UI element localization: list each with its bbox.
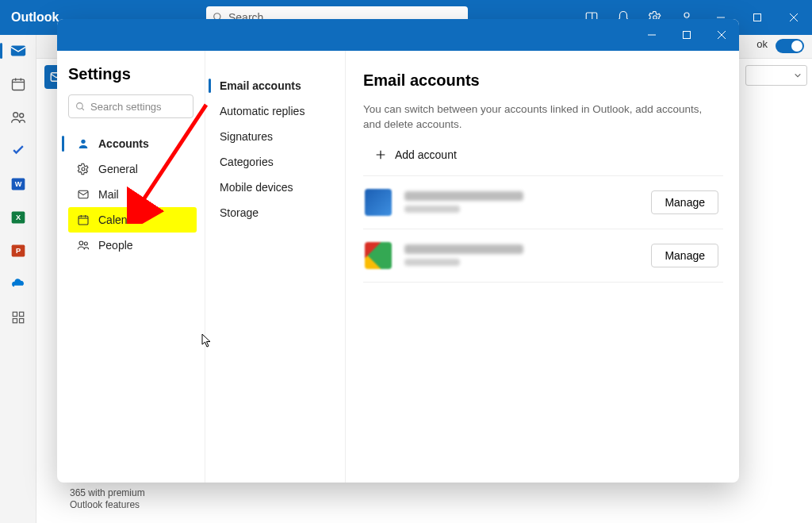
- nav-accounts-label: Accounts: [98, 137, 149, 150]
- svg-point-41: [79, 241, 83, 245]
- sub-email-accounts[interactable]: Email accounts: [209, 73, 340, 98]
- nav-calendar[interactable]: Calendar: [68, 207, 197, 233]
- rail-more-apps-icon[interactable]: [9, 308, 28, 327]
- manage-button[interactable]: Manage: [651, 244, 718, 267]
- footer-line2: Outlook features: [70, 499, 145, 511]
- sub-signatures[interactable]: Signatures: [209, 124, 340, 149]
- calendar-icon: [76, 213, 90, 226]
- dialog-titlebar: [57, 19, 739, 51]
- svg-rect-10: [10, 46, 25, 56]
- sub-mobile-devices[interactable]: Mobile devices: [209, 175, 340, 200]
- account-email-redacted: [404, 191, 523, 213]
- svg-point-42: [84, 242, 87, 245]
- account-row-gmail: Manage: [363, 229, 723, 283]
- nav-people[interactable]: People: [68, 233, 197, 258]
- svg-rect-36: [79, 190, 88, 198]
- nav-general[interactable]: General: [68, 156, 197, 182]
- sub-automatic-replies[interactable]: Automatic replies: [209, 98, 340, 124]
- svg-rect-11: [12, 79, 24, 90]
- rail-todo-icon[interactable]: [9, 141, 28, 160]
- ribbon-label: ok: [756, 38, 768, 50]
- window-close-icon[interactable]: [776, 0, 812, 35]
- svg-rect-37: [79, 216, 88, 225]
- filter-dropdown[interactable]: [745, 65, 807, 86]
- sub-storage-label: Storage: [220, 206, 259, 219]
- panel-description: You can switch between your accounts lin…: [363, 102, 704, 133]
- svg-rect-25: [13, 319, 17, 323]
- svg-point-35: [82, 167, 85, 171]
- sub-categories-label: Categories: [220, 156, 274, 168]
- sub-email-accounts-label: Email accounts: [220, 79, 301, 92]
- dialog-maximize-icon[interactable]: [669, 19, 704, 51]
- settings-content: Email accounts You can switch between yo…: [346, 51, 739, 483]
- gmail-account-icon: [365, 242, 392, 269]
- svg-point-34: [81, 140, 85, 144]
- app-rail: W X P: [0, 35, 36, 523]
- rail-powerpoint-icon[interactable]: P: [9, 241, 28, 260]
- svg-text:P: P: [15, 247, 20, 255]
- premium-footer: 365 with premium Outlook features: [70, 487, 145, 511]
- sub-signatures-label: Signatures: [220, 130, 273, 143]
- svg-point-5: [684, 13, 689, 17]
- cursor-icon: [201, 333, 213, 348]
- focused-toggle[interactable]: [776, 39, 804, 53]
- nav-mail-label: Mail: [98, 188, 119, 201]
- window-maximize-icon[interactable]: [739, 0, 776, 35]
- svg-line-33: [82, 108, 84, 110]
- add-account-button[interactable]: Add account: [363, 144, 723, 175]
- gear-icon: [76, 163, 90, 175]
- nav-mail[interactable]: Mail: [68, 182, 197, 207]
- rail-calendar-icon[interactable]: [9, 75, 28, 94]
- settings-search-input[interactable]: Search settings: [68, 94, 193, 118]
- svg-rect-24: [19, 312, 23, 316]
- person-icon: [76, 137, 90, 150]
- rail-people-icon[interactable]: [9, 108, 28, 127]
- dialog-close-icon[interactable]: [704, 19, 739, 51]
- svg-point-16: [19, 113, 23, 117]
- app-title: Outlook: [11, 10, 59, 25]
- settings-search-placeholder: Search settings: [90, 101, 162, 113]
- panel-heading: Email accounts: [363, 71, 723, 90]
- dialog-minimize-icon[interactable]: [634, 19, 669, 51]
- nav-people-label: People: [98, 239, 133, 252]
- manage-button[interactable]: Manage: [651, 190, 718, 214]
- nav-accounts[interactable]: Accounts: [68, 131, 197, 156]
- nav-calendar-label: Calendar: [98, 213, 144, 226]
- sub-categories[interactable]: Categories: [209, 149, 340, 175]
- svg-rect-26: [19, 319, 23, 323]
- footer-line1: 365 with premium: [70, 487, 145, 499]
- rail-onedrive-icon[interactable]: [9, 275, 28, 294]
- people-icon: [76, 239, 90, 252]
- sub-automatic-replies-label: Automatic replies: [220, 105, 304, 117]
- settings-subnav: Email accounts Automatic replies Signatu…: [205, 51, 346, 483]
- settings-title: Settings: [68, 65, 197, 83]
- chevron-down-icon: [794, 71, 802, 79]
- svg-point-32: [77, 102, 83, 109]
- rail-excel-icon[interactable]: X: [9, 208, 28, 227]
- add-account-label: Add account: [395, 148, 457, 161]
- settings-nav-panel: Settings Search settings Accounts Genera…: [57, 51, 205, 483]
- svg-rect-7: [754, 14, 761, 21]
- plus-icon: [374, 148, 387, 161]
- sub-storage[interactable]: Storage: [209, 200, 340, 225]
- mail-icon: [76, 188, 90, 201]
- svg-rect-23: [13, 312, 17, 316]
- svg-point-15: [13, 113, 17, 117]
- svg-text:X: X: [15, 213, 21, 221]
- account-email-redacted: [404, 244, 523, 266]
- rail-mail-icon[interactable]: [9, 41, 28, 60]
- outlook-account-icon: [365, 189, 392, 216]
- rail-word-icon[interactable]: W: [9, 175, 28, 194]
- sub-mobile-devices-label: Mobile devices: [220, 181, 293, 194]
- svg-text:W: W: [14, 180, 21, 188]
- search-icon: [75, 102, 86, 112]
- nav-general-label: General: [98, 163, 138, 175]
- settings-dialog: Settings Search settings Accounts Genera…: [57, 19, 739, 483]
- svg-rect-29: [684, 32, 691, 39]
- account-row-outlook: Manage: [363, 175, 723, 229]
